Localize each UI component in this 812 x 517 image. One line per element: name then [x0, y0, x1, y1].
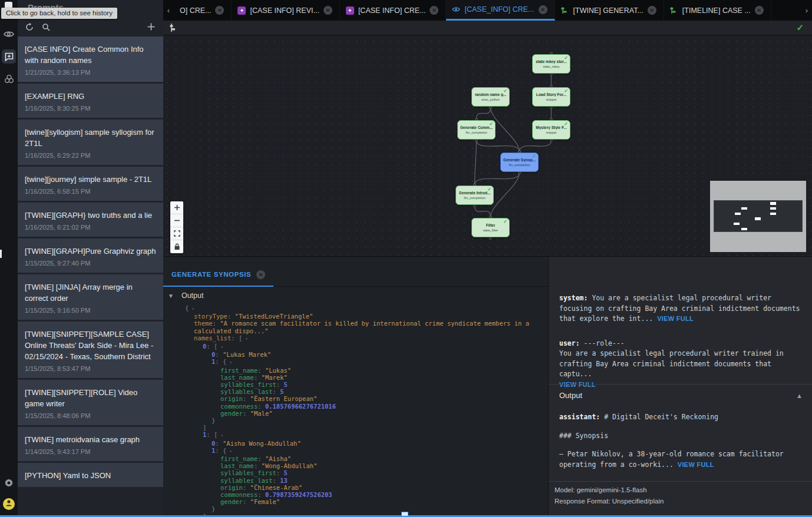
- json-token: :: [276, 381, 284, 388]
- json-line: 0: [ ▾: [163, 343, 548, 351]
- history-tooltip: Click to go back, hold to see history: [1, 8, 117, 19]
- list-item[interactable]: [TWINE][GRAPH} two truths and a lie1/16/…: [18, 203, 163, 237]
- tab--timeline-case-[interactable]: [TIMELINE] CASE ...✕: [664, 0, 771, 21]
- node-subtitle: llm_completion: [509, 163, 530, 167]
- prompt-item-title: [EXAMPLE] RNG: [25, 91, 156, 102]
- prompt-item-title: [twine][syllogism] sample syllogism for …: [25, 127, 156, 149]
- json-line: syllables_first: 5: [163, 469, 548, 476]
- json-output-view[interactable]: { ▾storyType: "TwistedLoveTriangle"theme…: [163, 304, 548, 517]
- json-token: }: [212, 505, 215, 512]
- tabs-scroll-left-icon[interactable]: ‹: [163, 0, 174, 21]
- node-success-check-icon: ✓: [564, 55, 568, 61]
- json-line: 1: { ▾: [163, 358, 548, 366]
- tab-close-icon[interactable]: ✕: [755, 6, 764, 15]
- system-view-full-link[interactable]: VIEW FULL: [657, 315, 694, 322]
- node-success-check-icon: ✓: [564, 88, 568, 94]
- tab-close-icon[interactable]: ✕: [215, 6, 224, 15]
- result-tab-close-icon[interactable]: ✕: [256, 270, 265, 279]
- node-subtitle: state_mkey: [543, 65, 559, 68]
- json-token: :: [258, 491, 265, 498]
- eye-view-button[interactable]: [2, 27, 16, 41]
- prompt-item-title: [PYTHON] Yaml to JSON: [25, 470, 156, 481]
- list-item[interactable]: [TWINE][GRAPH]Pure Graphviz graph1/15/20…: [18, 238, 163, 273]
- flow-node-llm_completion[interactable]: Generate Comm...llm_completion✓: [457, 120, 496, 140]
- minimap-node: [735, 213, 741, 216]
- flow-node-llm_completion[interactable]: Generate Synop...llm_completion✓: [500, 153, 539, 172]
- json-token: :: [213, 320, 220, 327]
- list-item[interactable]: [CASE INFO] Create Common Info with rand…: [18, 37, 163, 82]
- list-item[interactable]: [twine][syllogism] sample syllogism for …: [18, 120, 163, 165]
- tabs-scroll-right-icon[interactable]: ›: [801, 0, 812, 21]
- plus-icon: [147, 22, 156, 33]
- assistant-heading: # Digital Deceit's Reckoning: [600, 413, 718, 421]
- lock-button[interactable]: [170, 240, 183, 253]
- node-subtitle: llm_completion: [466, 131, 487, 134]
- tab--case-info-cre-[interactable]: [CASE_INFO] CRE...✕: [446, 0, 554, 21]
- zoom-out-button[interactable]: [170, 214, 183, 227]
- json-token: :: [258, 367, 265, 374]
- minimap[interactable]: [710, 181, 806, 252]
- refresh-button[interactable]: [24, 22, 35, 34]
- flow-layout-icon[interactable]: [170, 24, 177, 34]
- result-panel: GENERATE SYNOPSIS ✕ ▼ Output { ▾storyTyp…: [163, 256, 548, 517]
- system-role-label: system:: [559, 294, 587, 302]
- prompt-item-timestamp: 1/15/2025, 9:16:50 PM: [25, 307, 156, 314]
- minimap-viewport[interactable]: [714, 200, 803, 232]
- json-line: theme: "A romance scam facilitator is ki…: [163, 320, 548, 327]
- chevron-up-icon[interactable]: ▲: [796, 392, 803, 399]
- flows-button[interactable]: [2, 72, 16, 86]
- add-prompt-button[interactable]: [145, 22, 157, 34]
- tab-close-icon[interactable]: ✕: [324, 6, 332, 15]
- json-token: :: [243, 484, 250, 491]
- prompts-button[interactable]: [2, 49, 16, 64]
- settings-button[interactable]: [2, 476, 16, 490]
- flow-canvas[interactable]: ✓ state mkey stor...state_mkey✓random na…: [163, 21, 812, 256]
- json-token: "Aisha Wong-Abdullah": [223, 440, 301, 447]
- tab--twine-generat-[interactable]: [TWINE] GENERAT...✕: [555, 0, 664, 21]
- flow-node-llm_completion[interactable]: Generate Introd...llm_completion✓: [455, 185, 494, 205]
- list-item[interactable]: [TWINE] metroidvania case graph1/14/2025…: [18, 427, 163, 461]
- json-token: calculated dispo...": [194, 327, 268, 334]
- search-button[interactable]: [40, 22, 52, 34]
- tab-close-icon[interactable]: ✕: [539, 5, 547, 14]
- fit-view-button[interactable]: [170, 227, 183, 240]
- output-header-label: Output: [559, 391, 582, 400]
- list-item[interactable]: [PYTHON] Yaml to JSON: [18, 463, 163, 487]
- node-success-check-icon: ✓: [503, 219, 507, 224]
- flow-node-exec_python[interactable]: random name g...exec_python✓: [471, 87, 510, 107]
- tab-close-icon[interactable]: ✕: [430, 6, 438, 15]
- flow-node-state_mkey[interactable]: state mkey stor...state_mkey✓: [532, 54, 570, 74]
- prompt-item-timestamp: 1/16/2025, 6:21:02 PM: [25, 224, 156, 231]
- prompt-item-title: [TWINE][SNIPPET][SAMPLE CASE] Online Thr…: [25, 329, 156, 362]
- list-item[interactable]: [TWINE][SNIPPET][SAMPLE CASE] Online Thr…: [18, 322, 163, 378]
- flow-node-snippet[interactable]: Load Story For...snippet✓: [532, 87, 570, 107]
- tab--case-info-revi-[interactable]: ✦[CASE INFO] REVI...✕: [232, 0, 339, 21]
- json-token: "Marek": [262, 374, 288, 381]
- bottom-resize-handle[interactable]: [401, 512, 408, 516]
- tab-label: [TIMELINE] CASE ...: [682, 6, 751, 15]
- tab--case-info-cre-[interactable]: ✦[CASE INFO] CRE...✕: [340, 0, 447, 21]
- list-item[interactable]: [TWINE] [JINJA] Array merge in correct o…: [18, 274, 163, 320]
- list-item[interactable]: [EXAMPLE] RNG1/16/2025, 8:30:25 PM: [18, 84, 163, 118]
- output-header[interactable]: Output ▲: [559, 391, 803, 400]
- output-section-header[interactable]: ▼ Output: [168, 291, 203, 300]
- flow-node-state_filter[interactable]: Filterstate_filter✓: [471, 218, 510, 237]
- tab-generate-synopsis[interactable]: GENERATE SYNOPSIS ✕: [163, 263, 273, 287]
- flow-node-snippet[interactable]: Mystery Style F...snippet✓: [532, 120, 570, 140]
- chevron-down-icon[interactable]: ▼: [168, 293, 174, 299]
- list-item[interactable]: [twine][journey] simple sample - 2T1L1/1…: [18, 167, 163, 201]
- json-token: :: [273, 477, 280, 484]
- json-token: origin: [220, 484, 243, 491]
- panel-resize-handle[interactable]: [0, 250, 2, 258]
- zoom-in-button[interactable]: [170, 201, 183, 214]
- user-role-label: user:: [559, 339, 580, 347]
- user-avatar[interactable]: [3, 498, 15, 510]
- json-token: 13: [280, 477, 288, 484]
- assistant-view-full-link[interactable]: VIEW FULL: [678, 461, 714, 468]
- assistant-role-label: assistant:: [559, 413, 600, 421]
- tab-o-cre-[interactable]: O] CRE...✕: [174, 0, 232, 21]
- list-item[interactable]: [TWINE][SNIPPET][ROLE] Video game writer…: [18, 380, 163, 425]
- json-token: syllables_last: [220, 388, 273, 395]
- tab-close-icon[interactable]: ✕: [648, 6, 656, 15]
- node-title: random name g...: [475, 92, 507, 97]
